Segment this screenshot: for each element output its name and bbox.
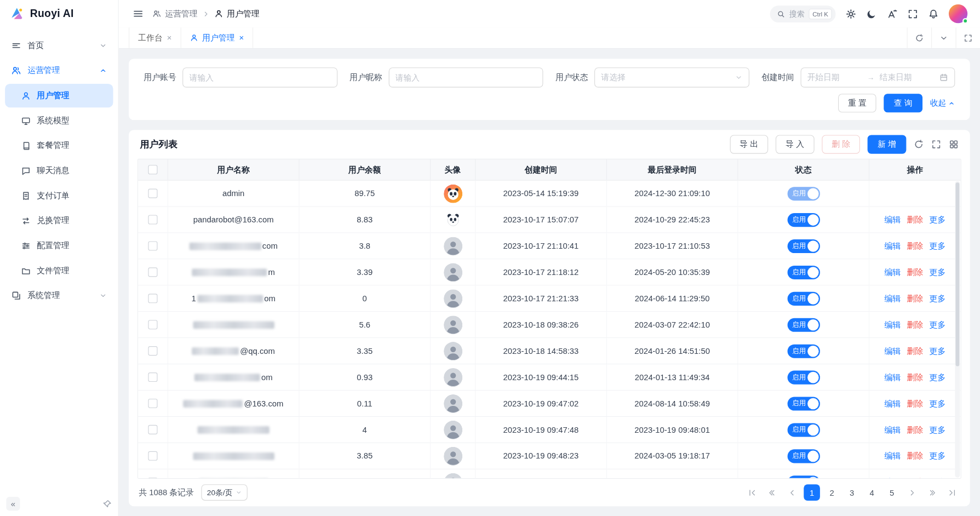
row-checkbox[interactable] [148,215,157,224]
delete-link[interactable]: 删除 [907,424,924,435]
tab-user-management[interactable]: 用户管理 × [181,27,253,48]
more-link[interactable]: 更多 [930,398,946,409]
sidebar-item-home[interactable]: 首页 [5,34,113,58]
global-search[interactable]: 搜索 Ctrl K [770,5,836,22]
row-checkbox[interactable] [148,294,157,303]
sidebar-item-system[interactable]: 系统管理 [5,284,113,307]
scrollbar-thumb[interactable] [955,182,959,366]
delete-link[interactable]: 删除 [907,371,924,383]
notification-bell-icon[interactable] [928,8,938,19]
delete-link[interactable]: 删除 [907,345,924,357]
more-link[interactable]: 更多 [930,371,946,383]
content-fullscreen-button[interactable] [955,27,979,48]
edit-link[interactable]: 编辑 [884,293,901,305]
row-checkbox[interactable] [148,399,157,408]
delete-link[interactable]: 删除 [907,319,924,330]
sidebar-collapse-button[interactable]: « [6,497,20,511]
first-page-button[interactable] [744,484,760,501]
sidebar-item-files[interactable]: 文件管理 [5,259,113,282]
delete-link[interactable]: 删除 [907,240,924,252]
page-button[interactable]: 3 [844,484,860,501]
prev-page-button[interactable] [784,484,800,501]
user-status-select[interactable]: 请选择 [594,67,749,88]
select-all-checkbox[interactable] [148,165,157,174]
fullscreen-icon[interactable] [908,8,918,19]
sidebar-item-config[interactable]: 配置管理 [5,234,113,257]
user-account-input[interactable] [190,73,330,82]
close-icon[interactable]: × [167,34,172,42]
edit-link[interactable]: 编辑 [884,214,901,226]
edit-link[interactable]: 编辑 [884,477,901,478]
status-toggle[interactable]: 启用 [787,423,819,437]
search-button[interactable]: 查 询 [884,94,922,112]
page-button[interactable]: 5 [884,484,900,501]
edit-link[interactable]: 编辑 [884,398,901,409]
edit-link[interactable]: 编辑 [884,450,901,462]
more-link[interactable]: 更多 [930,293,946,305]
edit-link[interactable]: 编辑 [884,267,901,278]
settings-icon[interactable] [846,8,856,19]
sidebar-item-models[interactable]: 系统模型 [5,109,113,133]
pin-icon[interactable] [102,499,112,508]
page-button[interactable]: 4 [864,484,880,501]
sidebar-item-users[interactable]: 用户管理 [5,84,113,107]
delete-link[interactable]: 删除 [907,398,924,409]
table-scrollbar[interactable] [955,181,960,478]
row-checkbox[interactable] [148,451,157,461]
edit-link[interactable]: 编辑 [884,424,901,435]
delete-link[interactable]: 删除 [907,477,924,478]
tab-workbench[interactable]: 工作台 × [129,27,181,48]
row-checkbox[interactable] [148,320,157,329]
refresh-tab-button[interactable] [907,27,931,48]
moon-icon[interactable] [866,8,876,19]
jump-back-button[interactable] [764,484,780,501]
import-button[interactable]: 导 入 [776,135,814,153]
page-size-select[interactable]: 20条/页 [202,484,248,501]
delete-link[interactable]: 删除 [907,293,924,305]
sidebar-item-operations[interactable]: 运营管理 [5,59,113,82]
breadcrumb-operations[interactable]: 运营管理 [152,8,197,20]
more-link[interactable]: 更多 [930,424,946,435]
status-toggle[interactable]: 启用 [787,370,819,384]
close-icon[interactable]: × [239,34,244,42]
add-button[interactable]: 新 增 [868,135,906,153]
tab-menu-button[interactable] [931,27,955,48]
sidebar-item-chat[interactable]: 聊天消息 [5,159,113,182]
user-nickname-input[interactable] [396,73,536,82]
more-link[interactable]: 更多 [930,345,946,357]
edit-link[interactable]: 编辑 [884,345,901,357]
reset-button[interactable]: 重 置 [838,94,876,112]
expand-icon[interactable] [931,139,941,149]
more-link[interactable]: 更多 [930,240,946,252]
status-toggle[interactable]: 启用 [787,449,819,463]
row-checkbox[interactable] [148,267,157,277]
more-link[interactable]: 更多 [930,214,946,226]
column-settings-icon[interactable] [949,139,959,149]
collapse-filters-link[interactable]: 收起 [930,98,955,109]
status-toggle[interactable]: 启用 [787,397,819,410]
row-checkbox[interactable] [148,241,157,250]
status-toggle[interactable]: 启用 [787,265,819,279]
date-range-picker[interactable]: 开始日期 → 结束日期 [800,67,955,88]
language-icon[interactable] [887,8,897,19]
more-link[interactable]: 更多 [930,450,946,462]
more-link[interactable]: 更多 [930,319,946,330]
row-checkbox[interactable] [148,478,157,478]
delete-link[interactable]: 删除 [907,214,924,226]
user-avatar[interactable] [949,4,967,23]
edit-link[interactable]: 编辑 [884,371,901,383]
row-checkbox[interactable] [148,346,157,356]
refresh-icon[interactable] [914,139,924,149]
more-link[interactable]: 更多 [930,477,946,478]
status-toggle[interactable]: 启用 [787,344,819,358]
row-checkbox[interactable] [148,189,157,198]
status-toggle[interactable]: 启用 [787,239,819,253]
page-button[interactable]: 2 [824,484,840,501]
status-toggle[interactable]: 启用 [787,475,819,478]
delete-link[interactable]: 删除 [907,450,924,462]
row-checkbox[interactable] [148,425,157,434]
edit-link[interactable]: 编辑 [884,240,901,252]
delete-link[interactable]: 删除 [907,267,924,278]
status-toggle[interactable]: 启用 [787,318,819,331]
next-page-button[interactable] [904,484,920,501]
